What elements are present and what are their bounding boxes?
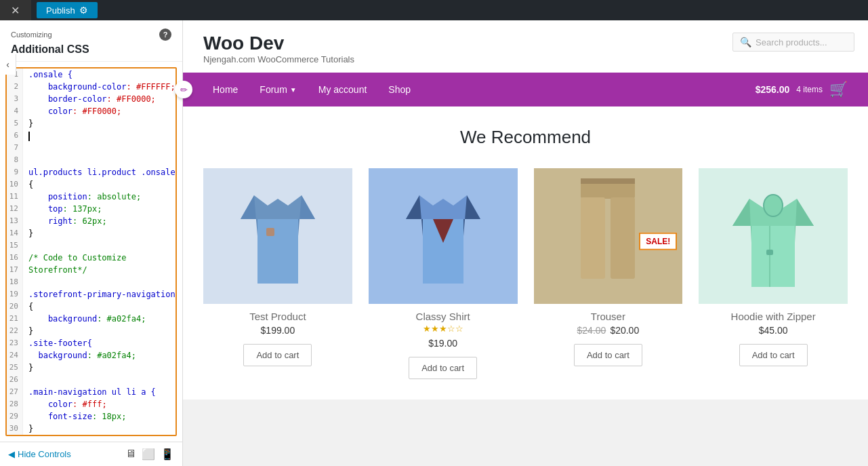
line-number: 10 — [7, 178, 23, 191]
original-price: $24.00 — [577, 325, 606, 336]
line-content: .storefront-primary-navigation — [23, 288, 175, 300]
add-to-cart-button[interactable]: Add to cart — [739, 344, 808, 366]
nav-item-home[interactable]: Home — [203, 73, 247, 106]
tablet-icon[interactable]: ⬜ — [142, 448, 155, 461]
line-content: } — [23, 117, 33, 130]
product-name[interactable]: Test Product — [249, 311, 306, 322]
code-line: 24 background: #a02fa4; — [7, 349, 175, 362]
nav-home-label: Home — [213, 84, 238, 95]
code-line: 17Storefront*/ — [7, 264, 175, 276]
svg-marker-17 — [795, 199, 814, 243]
svg-rect-15 — [751, 226, 795, 287]
nav-bar: ✏ Home Forum ▼ My account Shop — [183, 73, 868, 106]
sale-badge: SALE! — [639, 233, 677, 250]
line-content: { — [23, 178, 33, 191]
customizing-label: Customizing ? — [11, 28, 171, 41]
line-number: 25 — [7, 362, 23, 374]
line-content: } — [23, 362, 33, 374]
back-icon: ‹ — [6, 59, 9, 70]
line-content: background: #a02fa4; — [23, 313, 146, 325]
sidebar-bottom: ◀ Hide Controls 🖥 ⬜ 📱 — [0, 442, 182, 466]
section-title: Additional CSS — [11, 43, 171, 56]
nav-item-forum[interactable]: Forum ▼ — [250, 73, 306, 106]
product-name[interactable]: Trouser — [591, 311, 625, 322]
code-line: 4 color: #FF0000; — [7, 105, 175, 117]
line-number: 24 — [7, 349, 23, 362]
code-line: 20{ — [7, 300, 175, 313]
line-content: } — [23, 325, 33, 337]
product-name[interactable]: Classy Shirt — [416, 311, 470, 322]
nav-forum-label: Forum — [260, 84, 287, 95]
code-line: 26 — [7, 374, 175, 386]
search-input[interactable]: Search products... — [756, 37, 827, 47]
line-content: .site-footer{ — [23, 337, 92, 349]
code-line: 6 — [7, 130, 175, 142]
code-line: 19.storefront-primary-navigation — [7, 288, 175, 300]
search-icon: 🔍 — [740, 37, 751, 47]
code-line: 29 font-size: 18px; — [7, 410, 175, 423]
code-line: 23.site-footer{ — [7, 337, 175, 349]
code-line: 3 border-color: #FF0000; — [7, 93, 175, 105]
line-number: 18 — [7, 276, 23, 288]
product-card: Test Product$199.00Add to cart — [203, 168, 352, 379]
line-content: position: absolute; — [23, 191, 141, 203]
section-heading: We Recommend — [203, 127, 848, 148]
line-content: ul.products li.product .onsale — [23, 166, 175, 178]
line-number: 26 — [7, 374, 23, 386]
css-editor[interactable]: 1.onsale {2 background-color: #FFFFFF;3 … — [5, 67, 177, 436]
product-card: Hoodie with Zipper$45.00Add to cart — [699, 168, 848, 379]
close-button[interactable]: ✕ — [0, 0, 31, 20]
content-area: We Recommend Test Product$199.00Add to c… — [183, 106, 868, 400]
line-content: { — [23, 300, 33, 313]
line-content: right: 62px; — [23, 215, 107, 227]
nav-myaccount-label: My account — [318, 84, 367, 95]
product-image-wrap — [203, 168, 352, 304]
product-card: SALE!Trouser$24.00$20.00Add to cart — [534, 168, 683, 379]
product-name[interactable]: Hoodie with Zipper — [731, 311, 816, 322]
add-to-cart-button[interactable]: Add to cart — [243, 344, 312, 366]
desktop-icon[interactable]: 🖥 — [125, 448, 136, 461]
code-line: 12 top: 137px; — [7, 203, 175, 215]
code-line: 5} — [7, 117, 175, 130]
cart-count: 4 items — [796, 85, 823, 94]
code-line: 2 background-color: #FFFFFF; — [7, 81, 175, 93]
line-content: border-color: #FF0000; — [23, 93, 156, 105]
info-button[interactable]: ? — [159, 28, 171, 41]
svg-rect-13 — [581, 178, 635, 184]
hide-controls-button[interactable]: ◀ Hide Controls — [8, 449, 71, 459]
product-price: $45.00 — [759, 325, 788, 336]
sale-price: $20.00 — [610, 325, 639, 336]
nav-item-shop[interactable]: Shop — [379, 73, 420, 106]
svg-rect-12 — [611, 197, 635, 279]
code-line: 11 position: absolute; — [7, 191, 175, 203]
cart-icon[interactable]: 🛒 — [829, 81, 848, 98]
publish-button[interactable]: Publish ⚙ — [37, 2, 98, 18]
product-card: Classy Shirt★★★☆☆$19.00Add to cart — [369, 168, 518, 379]
add-to-cart-button[interactable]: Add to cart — [409, 357, 477, 379]
line-number: 3 — [7, 93, 23, 105]
line-content — [23, 374, 28, 386]
cart-amount: $256.00 — [756, 84, 790, 95]
code-line: 30} — [7, 423, 175, 435]
line-content: Storefront*/ — [23, 264, 87, 276]
line-number: 30 — [7, 423, 23, 435]
hide-icon: ◀ — [8, 449, 15, 459]
svg-rect-1 — [257, 219, 298, 284]
svg-rect-20 — [766, 250, 773, 255]
products-grid: Test Product$199.00Add to cart Classy Sh… — [203, 168, 848, 379]
line-number: 28 — [7, 398, 23, 410]
device-switcher: 🖥 ⬜ 📱 — [125, 448, 174, 461]
product-price: $19.00 — [428, 338, 457, 349]
add-to-cart-button[interactable]: Add to cart — [574, 344, 642, 366]
line-number: 17 — [7, 264, 23, 276]
back-button[interactable]: ‹ — [0, 54, 16, 75]
product-rating: ★★★☆☆ — [423, 324, 463, 334]
code-line: 9ul.products li.product .onsale — [7, 166, 175, 178]
code-line: 7 — [7, 142, 175, 154]
line-number: 22 — [7, 325, 23, 337]
mobile-icon[interactable]: 📱 — [161, 448, 174, 461]
product-image-wrap — [699, 168, 848, 304]
line-content: font-size: 18px; — [23, 410, 127, 423]
nav-item-myaccount[interactable]: My account — [309, 73, 377, 106]
nav-edit-button[interactable]: ✏ — [175, 81, 192, 98]
